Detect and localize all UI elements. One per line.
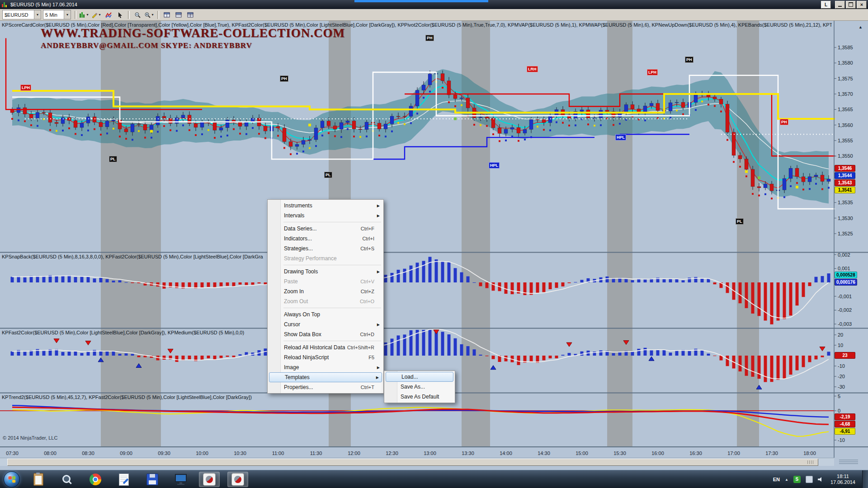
menu-item-label: Intervals bbox=[284, 212, 304, 219]
tray-antivirus-icon[interactable]: S bbox=[793, 476, 801, 483]
toolbar-separator bbox=[157, 11, 159, 19]
horizontal-scrollbar[interactable] bbox=[0, 458, 834, 466]
taskbar-app-ninjatrader-2[interactable] bbox=[227, 472, 248, 487]
ninjatrader-icon bbox=[203, 473, 216, 486]
svg-text:13:00: 13:00 bbox=[424, 450, 436, 456]
start-button[interactable] bbox=[4, 471, 20, 488]
tile-windows-button-3[interactable] bbox=[184, 9, 196, 20]
tray-network-icon[interactable] bbox=[806, 476, 813, 483]
sell-triangle-icon bbox=[168, 349, 173, 353]
taskbar-app-notepad[interactable] bbox=[113, 472, 134, 487]
taskbar-app-chrome[interactable] bbox=[85, 472, 106, 487]
watermark-line2: ANDREYBBRV@GMAIL.COM SKYPE: ANDREYBBRV bbox=[41, 41, 345, 50]
taskbar-app-search[interactable] bbox=[57, 472, 77, 487]
svg-text:1,3535: 1,3535 bbox=[838, 200, 853, 205]
svg-text:09:30: 09:30 bbox=[158, 450, 170, 456]
svg-text:1,3565: 1,3565 bbox=[838, 107, 853, 112]
menu-item-strategy-performance: Strategy Performance bbox=[269, 253, 382, 263]
menu-item-shortcut: F5 bbox=[368, 355, 374, 360]
link-button[interactable]: L bbox=[821, 1, 831, 9]
menu-item-indicators[interactable]: Indicators...Ctrl+I bbox=[269, 234, 382, 244]
menu-item-save-as[interactable]: Save As... bbox=[385, 382, 454, 392]
volume-icon[interactable] bbox=[818, 477, 824, 482]
menu-item-label: Zoom In bbox=[284, 288, 304, 295]
menu-item-image[interactable]: Image▶ bbox=[269, 362, 382, 372]
show-desktop-button[interactable] bbox=[862, 470, 868, 488]
menu-item-instruments[interactable]: Instruments▶ bbox=[269, 201, 382, 211]
menu-item-drawing-tools[interactable]: Drawing Tools▶ bbox=[269, 267, 382, 277]
maximize-button[interactable] bbox=[846, 1, 856, 9]
menu-item-save-as-default[interactable]: Save As Default bbox=[385, 392, 454, 402]
svg-text:5: 5 bbox=[838, 394, 840, 399]
sell-triangle-icon bbox=[85, 341, 91, 345]
white-ma-line bbox=[12, 101, 829, 169]
scrollbar-grip-icon bbox=[807, 460, 813, 464]
taskbar-app-desktop[interactable] bbox=[170, 472, 191, 487]
buy-triangle-icon bbox=[98, 358, 104, 362]
taskbar-app-save[interactable] bbox=[142, 472, 163, 487]
svg-text:-10: -10 bbox=[838, 363, 845, 369]
interval-value: 5 Min bbox=[43, 12, 64, 18]
trend-blue-line bbox=[12, 405, 829, 417]
zigzag-tool-button[interactable] bbox=[103, 9, 114, 20]
tray-expand-icon[interactable]: ▲ bbox=[785, 478, 788, 482]
toolbar-separator bbox=[128, 11, 130, 19]
language-indicator[interactable]: EN bbox=[773, 477, 780, 482]
menu-item-zoom-out: Zoom OutCtrl+O bbox=[269, 296, 382, 306]
menu-item-show-data-box[interactable]: Show Data BoxCtrl+D bbox=[269, 329, 382, 339]
svg-text:1,3550: 1,3550 bbox=[838, 153, 853, 159]
menu-item-always-on-top[interactable]: Always On Top bbox=[269, 310, 382, 319]
price-badge: 1,3546 bbox=[835, 165, 855, 172]
minimize-button[interactable] bbox=[835, 1, 845, 9]
tile-windows-button-1[interactable] bbox=[161, 9, 173, 20]
chart-style-button[interactable]: ▾ bbox=[78, 9, 90, 20]
chart-tag-pl: PL bbox=[324, 172, 332, 178]
menu-item-properties[interactable]: Properties...Ctrl+T bbox=[269, 382, 382, 392]
menu-item-load[interactable]: Load... bbox=[386, 372, 453, 382]
pointer-tool-button[interactable] bbox=[114, 9, 126, 20]
main-price-panel bbox=[6, 38, 835, 209]
grid-vertical-icon bbox=[164, 12, 170, 18]
close-button[interactable]: × bbox=[857, 1, 867, 9]
zoom-out-button[interactable] bbox=[132, 9, 143, 20]
resize-grip-icon[interactable] bbox=[839, 460, 858, 465]
interval-selector[interactable]: 5 Min ▾ bbox=[43, 10, 71, 19]
chrome-icon bbox=[90, 474, 101, 485]
price-badge: 1,3541 bbox=[835, 187, 855, 193]
menu-item-label: Save As Default bbox=[401, 394, 439, 400]
monitor-icon bbox=[175, 474, 187, 485]
clock[interactable]: 18:11 17.06.2014 bbox=[830, 474, 855, 485]
panel-collapse-icon[interactable]: ▲ bbox=[859, 25, 863, 29]
dropdown-arrow-icon: ▾ bbox=[151, 10, 155, 19]
zoom-in-button[interactable]: ▾ bbox=[143, 9, 156, 20]
taskbar-app-clipboard[interactable] bbox=[28, 472, 49, 487]
menu-item-intervals[interactable]: Intervals▶ bbox=[269, 211, 382, 221]
drawing-tools-button[interactable]: ▾ bbox=[90, 9, 103, 20]
price-badge: -4,68 bbox=[835, 421, 855, 427]
menu-item-reload-all-historical-data[interactable]: Reload All Historical DataCtrl+Shift+R bbox=[269, 343, 382, 352]
menu-item-templates[interactable]: Templates▶ bbox=[269, 372, 382, 382]
instrument-selector[interactable]: $EURUSD ▾ bbox=[2, 10, 41, 19]
menu-item-reload-ninjascript[interactable]: Reload NinjaScriptF5 bbox=[269, 352, 382, 362]
menu-item-zoom-in[interactable]: Zoom InCtrl+Z bbox=[269, 286, 382, 296]
menu-item-data-series[interactable]: Data Series...Ctrl+F bbox=[269, 224, 382, 234]
buy-triangle-icon bbox=[756, 385, 762, 389]
pencil-icon bbox=[91, 12, 98, 18]
menu-item-shortcut: Ctrl+V bbox=[360, 279, 374, 284]
menu-item-paste: PasteCtrl+V bbox=[269, 277, 382, 286]
sell-triangle-icon bbox=[434, 330, 439, 334]
menu-item-strategies[interactable]: Strategies...Ctrl+S bbox=[269, 244, 382, 253]
menu-item-shortcut: Ctrl+Z bbox=[361, 289, 374, 294]
chart-tag-ph: PH bbox=[280, 75, 288, 82]
scrollbar-thumb[interactable] bbox=[7, 459, 818, 466]
taskbar-app-ninjatrader-1[interactable] bbox=[199, 472, 220, 487]
context-menu: Instruments▶Intervals▶Data Series...Ctrl… bbox=[267, 199, 384, 394]
ninjatrader-icon bbox=[231, 473, 244, 486]
svg-text:1,3585: 1,3585 bbox=[838, 45, 853, 50]
background-window-strip bbox=[354, 0, 488, 2]
tile-windows-button-2[interactable] bbox=[173, 9, 184, 20]
toolbar: $EURUSD ▾ 5 Min ▾ ▾ ▾ ▾ bbox=[0, 9, 868, 21]
price-badge: 1,3544 bbox=[835, 172, 855, 179]
menu-item-cursor[interactable]: Cursor▶ bbox=[269, 319, 382, 329]
app-icon bbox=[2, 2, 9, 7]
